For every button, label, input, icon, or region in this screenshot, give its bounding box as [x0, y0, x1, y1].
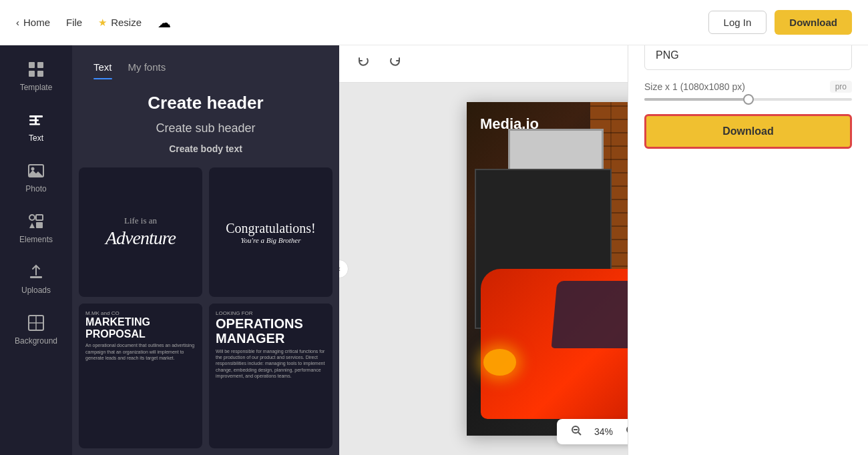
header: ‹ Home File ★ Resize ☁ Log In Download [0, 0, 868, 45]
redo-icon [389, 55, 402, 69]
sidebar-item-background[interactable]: Background [0, 304, 72, 355]
svg-rect-2 [29, 71, 35, 77]
adventure-line1: Life is an [105, 215, 176, 226]
congrats-text: Congratulations! You're a Big Brother [219, 214, 322, 251]
sidebar-item-template[interactable]: Template [0, 51, 72, 101]
svg-line-19 [578, 432, 581, 435]
undo-icon [357, 55, 370, 69]
login-button[interactable]: Log In [708, 11, 767, 34]
text-icon [27, 111, 45, 129]
undo-button[interactable] [353, 51, 374, 76]
sidebar-item-photo[interactable]: Photo [0, 152, 72, 203]
size-label: Size x 1 (1080x1080 px) [644, 81, 745, 92]
text-options: Create header Create sub header Create b… [72, 79, 339, 161]
elements-label: Elements [19, 235, 53, 244]
home-button[interactable]: ‹ Home [16, 17, 50, 28]
download-panel: File type Size x 1 (1080x1080 px) pro Do… [628, 0, 868, 455]
redo-button[interactable] [385, 51, 406, 76]
media-io-label: Media.io [480, 115, 539, 133]
main-area: Template Text Photo [0, 45, 868, 455]
photo-label: Photo [25, 184, 46, 193]
sidebar-item-elements[interactable]: Elements [0, 203, 72, 254]
download-panel-button[interactable]: Download [644, 114, 852, 149]
svg-rect-11 [36, 215, 43, 220]
background-icon [27, 314, 45, 332]
slider-track [644, 98, 852, 101]
header-download-button[interactable]: Download [775, 10, 852, 35]
svg-rect-1 [37, 62, 43, 68]
operations-text: LOOKING FOR OPERATIONS MANAGER Will be r… [209, 304, 333, 385]
pro-badge: pro [830, 81, 852, 93]
elements-icon [27, 212, 45, 231]
collapse-panel-button[interactable]: ‹ [339, 260, 349, 278]
file-menu[interactable]: File [66, 17, 82, 28]
sidebar-item-uploads[interactable]: Uploads [0, 254, 72, 304]
zoom-out-button[interactable] [570, 424, 582, 439]
slider-fill [644, 98, 748, 101]
proposal-text: M.MK and CO MARKETING PROPOSAL An operat… [79, 304, 202, 367]
size-row: Size x 1 (1080x1080 px) pro [644, 81, 852, 93]
svg-rect-7 [35, 115, 37, 125]
font-sample-marketing[interactable]: M.MK and CO MARKETING PROPOSAL An operat… [79, 304, 202, 448]
header-right: Log In Download [708, 10, 852, 35]
proposal-desc: An operational document that outlines an… [85, 342, 196, 360]
tab-my-fonts[interactable]: My fonts [120, 56, 174, 79]
panel-tabs: Text My fonts [72, 45, 339, 79]
adventure-line2: Adventure [105, 228, 176, 248]
photo-icon [27, 161, 45, 180]
slider-thumb[interactable] [743, 94, 754, 105]
text-label: Text [29, 133, 43, 143]
font-sample-operations[interactable]: LOOKING FOR OPERATIONS MANAGER Will be r… [209, 304, 333, 448]
operations-title: OPERATIONS MANAGER [216, 316, 326, 346]
cloud-icon: ☁ [158, 15, 171, 31]
svg-rect-5 [29, 119, 39, 121]
adventure-text: Life is an Adventure [99, 209, 182, 256]
svg-rect-0 [29, 62, 35, 68]
left-panel: Text My fonts Create header Create sub h… [72, 45, 339, 455]
congrats-line2: You're a Big Brother [226, 236, 315, 244]
home-label[interactable]: Home [23, 17, 50, 28]
header-left: ‹ Home File ★ Resize ☁ [16, 15, 171, 31]
font-sample-congrats[interactable]: Congratulations! You're a Big Brother [209, 167, 333, 297]
uploads-label: Uploads [21, 286, 51, 295]
svg-rect-14 [30, 276, 42, 278]
resize-star-icon: ★ [98, 17, 107, 29]
proposal-company: M.MK and CO [85, 310, 196, 316]
tab-text[interactable]: Text [85, 56, 120, 79]
operations-looking: LOOKING FOR [216, 310, 326, 316]
create-subheader-button[interactable]: Create sub header [85, 121, 326, 135]
sidebar: Template Text Photo [0, 45, 72, 455]
background-label: Background [15, 336, 57, 346]
size-slider-container [644, 98, 852, 101]
font-samples-grid: Life is an Adventure Congratulations! Yo… [72, 161, 339, 455]
svg-rect-3 [37, 71, 43, 77]
congrats-line1: Congratulations! [226, 221, 315, 236]
resize-button[interactable]: ★ Resize [98, 17, 142, 29]
operations-desc: Will be responsible for managing critica… [216, 348, 326, 378]
create-body-button[interactable]: Create body text [85, 143, 326, 154]
svg-rect-13 [36, 222, 43, 228]
grid-icon [27, 60, 45, 79]
svg-marker-12 [29, 223, 35, 228]
font-sample-adventure[interactable]: Life is an Adventure [79, 167, 202, 297]
uploads-icon [27, 263, 45, 282]
zoom-value: 34% [590, 426, 617, 437]
create-header-button[interactable]: Create header [85, 93, 326, 113]
template-label: Template [20, 83, 53, 92]
proposal-title: MARKETING PROPOSAL [85, 316, 196, 340]
sidebar-item-text[interactable]: Text [0, 101, 72, 152]
car-headlight-left [483, 349, 516, 376]
svg-point-9 [31, 167, 35, 171]
zoom-out-icon [570, 424, 582, 436]
resize-label: Resize [111, 17, 142, 28]
home-arrow-icon: ‹ [16, 17, 19, 28]
svg-point-10 [29, 215, 35, 220]
